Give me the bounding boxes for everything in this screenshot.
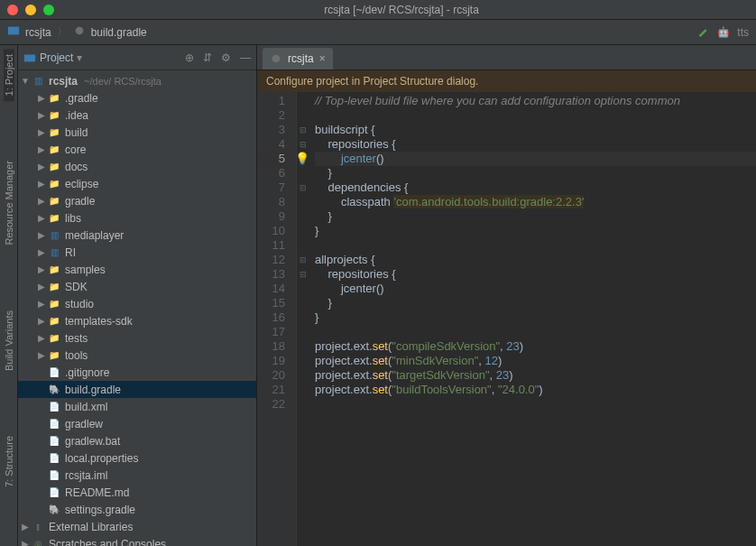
svg-point-3 <box>272 55 281 63</box>
svg-rect-2 <box>24 54 35 61</box>
svg-rect-0 <box>8 27 19 35</box>
tree-item-gradle[interactable]: ▶📁gradle <box>18 192 256 209</box>
tree-item--gitignore[interactable]: 📄.gitignore <box>18 364 256 381</box>
line-gutter[interactable]: 12345678910111213141516171819202122 <box>257 92 297 546</box>
tree-item-tests[interactable]: ▶📁tests <box>18 329 256 347</box>
tree-item-docs[interactable]: ▶📁docs <box>18 158 256 175</box>
breadcrumb-project[interactable]: rcsjta <box>25 26 51 39</box>
chevron-down-icon: ▾ <box>77 51 82 64</box>
maximize-window-button[interactable] <box>43 5 54 15</box>
project-sidebar: Project ▾ ⊕ ⇵ ⚙ — ▼▥rcsjta ~/dev/ RCS/rc… <box>18 45 257 546</box>
tree-item-settings-gradle[interactable]: 🐘settings.gradle <box>18 501 256 518</box>
editor-pane: rcsjta × Configure project in Project St… <box>257 45 756 546</box>
tree-item-rcsjta-iml[interactable]: 📄rcsjta.iml <box>18 467 256 484</box>
expand-icon[interactable]: ⇵ <box>203 51 212 64</box>
tts-label[interactable]: tts <box>737 26 749 39</box>
gear-icon[interactable]: ⚙ <box>221 51 231 64</box>
tree-item-build[interactable]: ▶📁build <box>18 124 256 141</box>
rail-resource-manager[interactable]: Resource Manager <box>4 155 14 251</box>
tree-item-core[interactable]: ▶📁core <box>18 141 256 158</box>
breadcrumb-bar: rcsjta 〉 build.gradle 🤖 tts <box>0 20 756 45</box>
window-controls <box>7 5 54 15</box>
sidebar-view-selector[interactable]: Project ▾ <box>23 51 82 64</box>
tree-item-RI[interactable]: ▶▥RI <box>18 244 256 261</box>
rail-project[interactable]: 1: Project <box>4 49 14 101</box>
tree-item-libs[interactable]: ▶📁libs <box>18 209 256 227</box>
code-content[interactable]: // Top-level build file where you can ad… <box>309 92 756 546</box>
editor-tabs: rcsjta × <box>257 45 756 70</box>
tree-item-README-md[interactable]: 📄README.md <box>18 484 256 501</box>
tree-item-templates-sdk[interactable]: ▶📁templates-sdk <box>18 312 256 329</box>
minimize-window-button[interactable] <box>25 5 36 15</box>
tree-item-eclipse[interactable]: ▶📁eclipse <box>18 175 256 192</box>
rail-structure[interactable]: 7: Structure <box>4 430 14 493</box>
tree-item-gradlew-bat[interactable]: 📄gradlew.bat <box>18 432 256 449</box>
breadcrumb-file[interactable]: build.gradle <box>91 26 147 39</box>
tree-item--idea[interactable]: ▶📁.idea <box>18 106 256 124</box>
locate-icon[interactable]: ⊕ <box>185 51 194 64</box>
tree-item-build-gradle[interactable]: 🐘build.gradle <box>18 381 256 398</box>
tab-label: rcsjta <box>288 52 314 65</box>
tree-item-mediaplayer[interactable]: ▶▥mediaplayer <box>18 227 256 244</box>
project-tree[interactable]: ▼▥rcsjta ~/dev/ RCS/rcsjta▶📁.gradle▶📁.id… <box>18 70 256 546</box>
titlebar: rcsjta [~/dev/ RCS/rcsjta] - rcsjta <box>0 0 756 20</box>
tree-item-local-properties[interactable]: 📄local.properties <box>18 449 256 467</box>
tree-item-tools[interactable]: ▶📁tools <box>18 347 256 364</box>
tree-item-studio[interactable]: ▶📁studio <box>18 295 256 312</box>
close-window-button[interactable] <box>7 5 18 15</box>
tree-item-build-xml[interactable]: 📄build.xml <box>18 398 256 415</box>
hide-icon[interactable]: — <box>240 51 251 64</box>
android-icon[interactable]: 🤖 <box>717 26 730 38</box>
tree-item--gradle[interactable]: ▶📁.gradle <box>18 89 256 106</box>
left-tool-rail: 1: Project Resource Manager Build Varian… <box>0 45 18 546</box>
gradle-icon <box>73 24 86 40</box>
tree-footer-1[interactable]: ▶◎Scratches and Consoles <box>18 535 256 546</box>
tree-item-SDK[interactable]: ▶📁SDK <box>18 278 256 295</box>
sidebar-header-label: Project <box>40 51 73 64</box>
tree-item-gradlew[interactable]: 📄gradlew <box>18 415 256 432</box>
code-editor[interactable]: 12345678910111213141516171819202122 ⊟⊟⊟⊟… <box>257 92 756 546</box>
project-icon <box>7 24 20 40</box>
tree-item-samples[interactable]: ▶📁samples <box>18 261 256 278</box>
project-structure-banner[interactable]: Configure project in Project Structure d… <box>257 70 756 92</box>
tree-root[interactable]: ▼▥rcsjta ~/dev/ RCS/rcsjta <box>18 72 256 89</box>
svg-point-1 <box>75 27 83 35</box>
build-hammer-icon[interactable] <box>697 24 710 40</box>
rail-build-variants[interactable]: Build Variants <box>4 305 14 376</box>
close-tab-icon[interactable]: × <box>319 52 326 65</box>
tree-footer-0[interactable]: ▶⫿External Libraries <box>18 518 256 535</box>
tab-rcsjta[interactable]: rcsjta × <box>263 48 333 69</box>
breadcrumb-separator: 〉 <box>57 24 68 40</box>
window-title: rcsjta [~/dev/ RCS/rcsjta] - rcsjta <box>54 4 749 16</box>
sidebar-header: Project ▾ ⊕ ⇵ ⚙ — <box>18 45 256 70</box>
